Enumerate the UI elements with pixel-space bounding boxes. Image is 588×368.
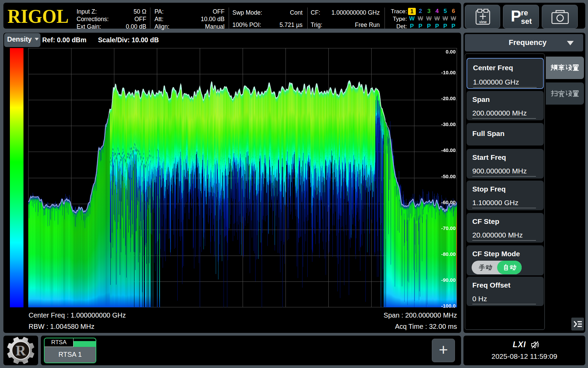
svg-text:R: R <box>16 343 26 358</box>
svg-text:RIGOL: RIGOL <box>7 5 69 27</box>
svg-text:view: view <box>479 20 487 24</box>
